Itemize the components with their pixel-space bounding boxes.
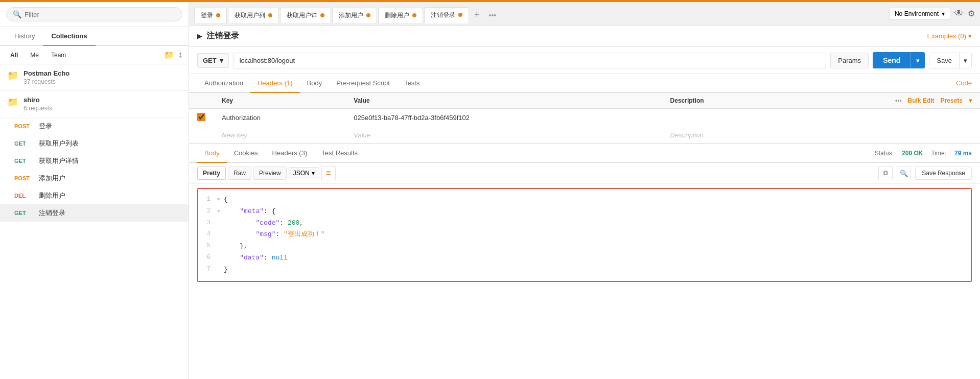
raw-button[interactable]: Raw — [228, 167, 251, 180]
tab-del-user[interactable]: 删除用户 — [378, 8, 423, 23]
sidebar-tabs: History Collections — [0, 27, 189, 46]
collection-postman-echo[interactable]: 📁 Postman Echo 37 requests — [0, 64, 189, 91]
add-tab-icon[interactable]: + — [470, 10, 484, 20]
request-name-2: 获取用户列表 — [39, 139, 79, 148]
req-tab-authorization[interactable]: Authorization — [197, 74, 250, 92]
preview-button[interactable]: Preview — [253, 167, 287, 180]
th-value: Value — [345, 93, 662, 109]
request-logout[interactable]: GET 注销登录 — [0, 204, 189, 222]
eye-icon[interactable]: 👁 — [954, 8, 964, 19]
save-dropdown-button[interactable]: ▾ — [959, 53, 971, 68]
response-tabs-bar: Body Cookies Headers (3) Test Results St… — [189, 144, 980, 163]
more-tabs-icon[interactable]: ••• — [485, 11, 501, 19]
tab-label-3: 获取用户详 — [287, 11, 317, 20]
code-line-1: 1 ▾ { — [198, 194, 971, 206]
send-dropdown-button[interactable]: ▾ — [911, 52, 925, 68]
request-title: 注销登录 — [206, 31, 239, 41]
header-key-cell[interactable]: Authorization — [214, 109, 345, 127]
new-desc-cell[interactable]: Description — [662, 127, 980, 144]
collection-name: Postman Echo — [24, 69, 181, 77]
resp-tab-body[interactable]: Body — [197, 144, 227, 162]
new-collection-icon[interactable]: 📁 — [164, 50, 174, 60]
sort-icon[interactable]: ↕ — [178, 50, 182, 60]
sidebar-tab-collections[interactable]: Collections — [43, 27, 95, 45]
filter-icons: 📁 ↕ — [164, 50, 182, 60]
method-chevron-icon: ▾ — [220, 57, 223, 64]
code-line-5: 5 }, — [198, 241, 971, 252]
new-value-cell[interactable]: Value — [345, 127, 662, 144]
params-button[interactable]: Params — [830, 53, 869, 68]
save-button-group: Save ▾ — [929, 53, 972, 68]
collection-shiro[interactable]: 📁 shiro 6 requests — [0, 91, 189, 117]
method-badge-post: POST — [14, 123, 34, 129]
send-button-group: Send ▾ — [873, 52, 925, 68]
search-wrapper: 🔍 — [6, 7, 182, 21]
method-select[interactable]: GET ▾ — [197, 53, 229, 68]
status-label: Status: — [875, 150, 894, 157]
req-tab-tests[interactable]: Tests — [397, 74, 427, 92]
environment-selector[interactable]: No Environment ▾ — [889, 8, 950, 20]
req-tab-body[interactable]: Body — [300, 74, 330, 92]
request-denglu[interactable]: POST 登录 — [0, 117, 189, 135]
code-line-6: 6 "data": null — [198, 252, 971, 264]
method-badge-get-2: GET — [14, 158, 34, 164]
search-input[interactable] — [25, 11, 176, 18]
tab-huoqu-detail[interactable]: 获取用户详 — [280, 8, 331, 23]
header-desc-cell[interactable] — [662, 109, 980, 127]
url-input[interactable] — [233, 53, 827, 68]
tab-denglu[interactable]: 登录 — [194, 8, 227, 23]
presets-link[interactable]: Presets — [941, 97, 963, 104]
collection-meta-2: 6 requests — [24, 105, 181, 112]
tab-logout[interactable]: 注销登录 — [424, 7, 469, 23]
collections-list: 📁 Postman Echo 37 requests 📁 shiro 6 req… — [0, 64, 189, 379]
tab-dot — [216, 13, 220, 17]
new-key-placeholder: New key — [222, 131, 247, 139]
json-format-select[interactable]: JSON ▾ — [289, 167, 319, 179]
req-tab-prerequest[interactable]: Pre-request Script — [329, 74, 397, 92]
time-value: 79 ms — [954, 150, 972, 157]
resp-tab-headers[interactable]: Headers (3) — [265, 144, 315, 162]
code-line-2: 2 ▾ "meta": { — [198, 206, 971, 218]
request-title-bar: ▶ 注销登录 Examples (0) ▾ — [189, 26, 980, 47]
pretty-button[interactable]: Pretty — [197, 167, 226, 180]
filter-all[interactable]: All — [6, 51, 22, 60]
req-tab-headers[interactable]: Headers (1) — [250, 74, 300, 92]
copy-icon[interactable]: ⧉ — [878, 166, 893, 180]
settings-icon[interactable]: ⚙ — [968, 9, 975, 18]
collection-folder-icon: 📁 — [7, 70, 18, 81]
request-huoqu-detail[interactable]: GET 获取用户详情 — [0, 152, 189, 170]
examples-dropdown-icon[interactable]: ▾ — [968, 32, 972, 40]
tab-huoqu-list[interactable]: 获取用户列 — [228, 8, 279, 23]
filter-me[interactable]: Me — [26, 51, 43, 60]
header-checkbox-cell — [189, 109, 214, 127]
search-response-icon[interactable]: 🔍 — [897, 166, 911, 180]
save-response-button[interactable]: Save Response — [915, 167, 972, 180]
sidebar-tab-history[interactable]: History — [6, 27, 43, 45]
send-button[interactable]: Send — [873, 52, 911, 68]
save-button[interactable]: Save — [929, 53, 959, 68]
status-value: 200 OK — [902, 150, 923, 157]
request-del-user[interactable]: DEL 删除用户 — [0, 187, 189, 204]
new-key-cell[interactable]: New key — [214, 127, 345, 144]
resp-tab-cookies[interactable]: Cookies — [227, 144, 265, 162]
presets-dropdown-icon[interactable]: ▾ — [969, 97, 972, 104]
resp-tab-testresults[interactable]: Test Results — [314, 144, 365, 162]
request-huoqu-list[interactable]: GET 获取用户列表 — [0, 135, 189, 152]
headers-table: Key Value Description ••• Bulk Edit Pres… — [189, 93, 980, 144]
bulk-edit-link[interactable]: Bulk Edit — [908, 97, 935, 104]
header-value-cell[interactable]: 025e0f13-ba78-47ff-bd2a-3fb6f459f102 — [345, 109, 662, 127]
tab-label: 登录 — [201, 11, 213, 20]
header-checkbox[interactable] — [197, 113, 205, 121]
title-arrow-icon[interactable]: ▶ — [197, 32, 202, 40]
sidebar: 🔍 History Collections All Me Team 📁 ↕ 📁 … — [0, 2, 189, 379]
tab-add-user[interactable]: 添加用户 — [332, 8, 377, 23]
response-area: Body Cookies Headers (3) Test Results St… — [189, 144, 980, 286]
request-add-user[interactable]: POST 添加用户 — [0, 170, 189, 187]
wrap-icon[interactable]: ≡ — [321, 166, 336, 180]
method-badge-get-3: GET — [14, 210, 34, 216]
code-link[interactable]: Code — [956, 79, 972, 87]
examples-link[interactable]: Examples (0) — [927, 32, 966, 40]
method-badge-get: GET — [14, 140, 34, 147]
filter-team[interactable]: Team — [47, 51, 70, 60]
response-status: Status: 200 OK Time: 79 ms — [875, 150, 972, 157]
